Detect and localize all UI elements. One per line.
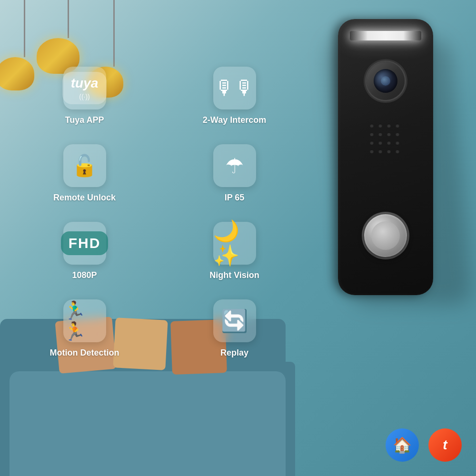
speaker-dot [378,141,382,145]
lock-open-icon: 🔓 [71,153,98,178]
tuya-logo-box: tuya ((·)) [62,72,107,104]
smart-home-logo: 🏠 [386,428,419,462]
fhd-badge: FHD [61,231,109,255]
speaker-dot [378,132,382,136]
speaker-dot [370,149,374,153]
feature-label-fhd: 1080P [72,270,97,280]
device-body [338,19,433,295]
tuya-icon: t [443,437,447,453]
feature-tuya-app: tuya ((·)) Tuya APP [24,67,145,125]
ip65-icon-box: ☂ [213,144,256,187]
camera-lens [381,76,390,86]
feature-label-night-vision: Night Vision [209,270,259,280]
speaker-dot [396,124,399,128]
replay-icon-box: 🔄 [213,299,256,342]
features-panel: tuya ((·)) Tuya APP 🎙🎙 2-Way Intercom 🔓 … [14,57,305,367]
tuya-logo: t [428,428,462,462]
motion-icon: 🏃‍♂️🏃 [63,300,106,342]
intercom-icon: 🎙🎙 [215,77,255,99]
sofa-body [10,371,286,476]
doorbell-button-inner [371,221,400,250]
feature-label-ip65: IP 65 [225,193,245,203]
speaker-grille [370,124,401,155]
speaker-dot [396,141,399,145]
feature-label-tuya-app: Tuya APP [65,115,104,125]
fhd-text: FHD [69,235,101,251]
tuya-wifi-icon: ((·)) [79,93,90,100]
speaker-dot [370,132,374,136]
speaker-dot [387,132,391,136]
feature-intercom: 🎙🎙 2-Way Intercom [174,67,295,125]
feature-replay: 🔄 Replay [174,299,295,358]
feature-label-replay: Replay [220,348,248,358]
feature-fhd: FHD 1080P [24,222,145,280]
feature-label-intercom: 2-Way Intercom [203,115,266,125]
speaker-dot [387,149,391,153]
intercom-icon-box: 🎙🎙 [213,67,256,109]
replay-icon: 🔄 [221,308,248,334]
remote-unlock-icon-box: 🔓 [63,144,106,187]
feature-ip65: ☂ IP 65 [174,144,295,203]
feature-label-remote-unlock: Remote Unlock [53,193,116,203]
feature-motion-detection: 🏃‍♂️🏃 Motion Detection [24,299,145,358]
tuya-app-icon-box: tuya ((·)) [63,67,106,109]
doorbell-button[interactable] [364,214,407,257]
speaker-dot [396,149,399,153]
motion-detection-icon-box: 🏃‍♂️🏃 [63,299,106,342]
smart-home-icon: 🏠 [393,436,412,454]
tuya-brand-text: tuya [71,76,99,91]
feature-night-vision: 🌙✨ Night Vision [174,222,295,280]
fhd-icon-box: FHD [63,222,106,265]
speaker-dot [387,124,391,128]
doorbell-device [338,19,433,295]
night-vision-icon-box: 🌙✨ [213,222,256,265]
camera-area [362,57,409,105]
feature-remote-unlock: 🔓 Remote Unlock [24,144,145,203]
speaker-dot [378,124,382,128]
moon-icon: 🌙✨ [213,218,256,268]
speaker-dot [370,141,374,145]
feature-label-motion-detection: Motion Detection [50,348,119,358]
umbrella-icon: ☂ [225,154,244,178]
speaker-dot [387,141,391,145]
camera-inner [374,69,397,93]
device-section [305,10,466,466]
speaker-dot [396,132,399,136]
brand-logos: 🏠 t [386,428,462,462]
led-strip [350,31,421,40]
speaker-dot [378,149,382,153]
camera-outer [367,62,405,100]
speaker-dot [370,124,374,128]
